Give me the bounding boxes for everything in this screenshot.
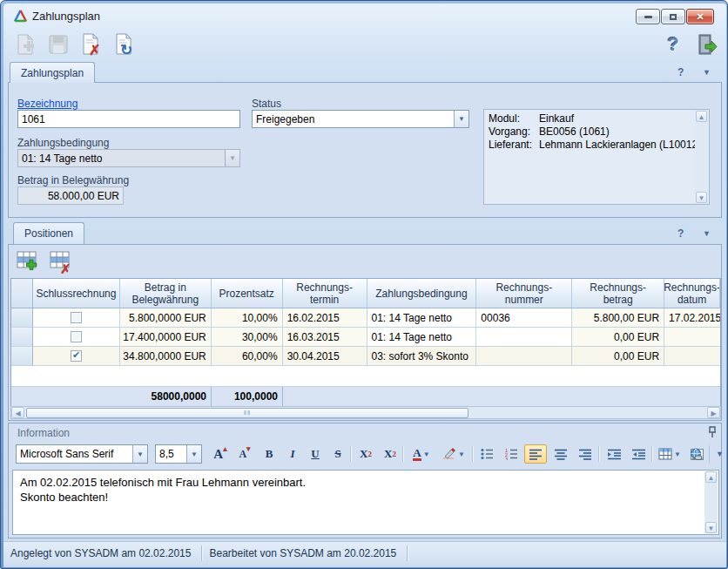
font-family-arrow-icon[interactable]: ▼ xyxy=(132,445,147,463)
schlussrechnung-checkbox[interactable] xyxy=(71,331,82,342)
cell-prozentsatz[interactable]: 10,00% xyxy=(212,308,283,328)
scroll-up-icon[interactable]: ▲ xyxy=(696,111,707,122)
row-selector[interactable] xyxy=(11,328,33,347)
bezeichnung-input[interactable]: 1061 xyxy=(17,110,240,128)
cell-rechnungsbetrag[interactable]: 0,00 EUR xyxy=(572,328,664,347)
status-dropdown[interactable]: Freigegeben ▼ xyxy=(252,110,469,128)
grid-totals-row: 58000,0000 100,0000 xyxy=(11,387,720,406)
cell-rechnungstermin[interactable]: 16.02.2015 xyxy=(283,308,367,328)
align-right-button[interactable] xyxy=(574,444,597,464)
cell-prozentsatz[interactable]: 60,00% xyxy=(212,347,283,366)
save-button[interactable] xyxy=(45,31,71,58)
col-rechnungstermin[interactable]: Rechnungs-termin xyxy=(283,279,367,308)
new-record-button[interactable] xyxy=(12,31,38,58)
minimize-button[interactable] xyxy=(636,9,660,24)
delete-row-button[interactable]: ✗ xyxy=(49,249,73,277)
cell-rechnungsbetrag[interactable]: 0,00 EUR xyxy=(572,347,664,366)
cell-rechnungsnummer[interactable]: 00036 xyxy=(476,308,572,328)
scroll-down-icon[interactable]: ▼ xyxy=(696,192,707,203)
exit-button[interactable] xyxy=(693,31,719,58)
infobox-scrollbar[interactable]: ▲ ▼ xyxy=(695,111,708,203)
grid-row-2[interactable]: 17.400,0000 EUR 30,00% 16.03.2015 01: 14… xyxy=(11,328,720,347)
cell-betrag[interactable]: 5.800,0000 EUR xyxy=(120,308,212,328)
cell-betrag[interactable]: 34.800,0000 EUR xyxy=(120,347,212,366)
cell-zahlungsbedingung[interactable]: 03: sofort 3% Skonto xyxy=(367,347,477,366)
scroll-down-icon[interactable]: ▼ xyxy=(705,522,717,533)
align-left-button[interactable] xyxy=(524,444,547,464)
grid-row-3[interactable]: 34.800,0000 EUR 60,00% 30.04.2015 03: so… xyxy=(11,347,720,366)
outdent-button[interactable] xyxy=(627,444,650,464)
row-selector[interactable] xyxy=(11,347,33,366)
scroll-right-icon[interactable]: ▶ xyxy=(707,407,720,418)
note-textarea[interactable]: Am 02.02.2015 telefonisch mit Frau Lehma… xyxy=(12,470,719,535)
cell-betrag[interactable]: 17.400,0000 EUR xyxy=(120,328,212,347)
note-line-1: Am 02.02.2015 telefonisch mit Frau Lehma… xyxy=(20,475,711,490)
delete-record-button[interactable]: ✗ xyxy=(78,31,104,58)
font-color-button[interactable]: A▼ xyxy=(407,444,436,464)
highlight-button[interactable]: ▼ xyxy=(439,444,468,464)
col-prozentsatz[interactable]: Prozentsatz xyxy=(212,279,283,308)
schlussrechnung-checkbox[interactable] xyxy=(71,350,82,362)
cell-rechnungsdatum[interactable] xyxy=(664,328,720,347)
toolbar-options-button[interactable]: ▼ xyxy=(709,444,726,464)
font-family-dropdown[interactable]: Microsoft Sans Serif ▼ xyxy=(16,444,148,464)
refresh-record-button[interactable]: ↻ xyxy=(111,31,138,58)
add-row-button[interactable] xyxy=(16,249,40,277)
cell-rechnungstermin[interactable]: 30.04.2015 xyxy=(283,347,367,366)
col-betrag[interactable]: Betrag in Belegwährung xyxy=(120,279,212,308)
row-selector[interactable] xyxy=(11,308,33,328)
form-panel-help-icon[interactable]: ? xyxy=(677,66,684,78)
cell-zahlungsbedingung[interactable]: 01: 14 Tage netto xyxy=(367,308,477,328)
cell-zahlungsbedingung[interactable]: 01: 14 Tage netto xyxy=(367,328,477,347)
italic-button[interactable]: I xyxy=(281,444,304,464)
subscript-button[interactable]: X2 xyxy=(379,444,401,464)
grow-font-button[interactable]: A▴ xyxy=(209,444,232,464)
scrollbar-thumb[interactable]: ‖‖ xyxy=(26,408,468,418)
cell-prozentsatz[interactable]: 30,00% xyxy=(212,328,283,347)
strikethrough-button[interactable]: S xyxy=(327,444,349,464)
col-rechnungsbetrag[interactable]: Rechnungs-betrag xyxy=(572,279,664,308)
cell-rechnungsdatum[interactable]: 17.02.2015 xyxy=(664,308,720,328)
status-dropdown-arrow-icon[interactable]: ▼ xyxy=(454,111,468,127)
col-rechnungsdatum[interactable]: Rechnungs-datum xyxy=(664,279,720,308)
grid-row-1[interactable]: 5.800,0000 EUR 10,00% 16.02.2015 01: 14 … xyxy=(11,308,720,328)
tab-positionen[interactable]: Positionen xyxy=(13,222,84,244)
underline-button[interactable]: U xyxy=(304,444,327,464)
indent-button[interactable] xyxy=(603,444,625,464)
bold-button[interactable]: B xyxy=(258,444,280,464)
maximize-button[interactable] xyxy=(661,9,685,24)
align-center-button[interactable] xyxy=(549,444,572,464)
zahlungsbedingung-dropdown[interactable]: 01: 14 Tage netto ▼ xyxy=(17,149,240,167)
tab-zahlungsplan[interactable]: Zahlungsplan xyxy=(10,62,95,83)
grid-horizontal-scrollbar[interactable]: ◀ ‖‖ ▶ xyxy=(10,406,721,419)
form-panel-collapse-icon[interactable]: ▼ xyxy=(703,68,711,77)
cell-rechnungstermin[interactable]: 16.03.2015 xyxy=(283,328,367,347)
close-button[interactable]: ✕ xyxy=(686,9,714,24)
align-center-icon xyxy=(555,449,567,460)
cell-rechnungsnummer[interactable] xyxy=(476,328,572,347)
positions-panel-help-icon[interactable]: ? xyxy=(677,227,684,240)
col-rechnungsnummer[interactable]: Rechnungs-nummer xyxy=(476,279,572,308)
scroll-left-icon[interactable]: ◀ xyxy=(11,407,24,418)
numbered-list-button[interactable]: 123 xyxy=(500,444,522,464)
cell-rechnungsdatum[interactable] xyxy=(664,347,720,366)
superscript-button[interactable]: X2 xyxy=(354,444,377,464)
app-logo-icon xyxy=(13,9,28,27)
note-scrollbar[interactable]: ▲ ▼ xyxy=(704,471,718,533)
schlussrechnung-checkbox[interactable] xyxy=(71,312,82,323)
app-window: Zahlungsplan ✕ ✗ ↻ xyxy=(0,0,728,569)
col-zahlungsbedingung[interactable]: Zahlungsbedingung xyxy=(367,279,477,308)
help-button[interactable]: ? xyxy=(660,31,686,58)
bullet-list-button[interactable] xyxy=(475,444,498,464)
cell-rechnungsnummer[interactable] xyxy=(476,347,572,366)
insert-table-button[interactable]: ▼ xyxy=(655,444,684,464)
pin-icon[interactable] xyxy=(707,426,718,442)
shrink-font-button[interactable]: A▾ xyxy=(233,444,256,464)
positions-panel-collapse-icon[interactable]: ▼ xyxy=(703,229,711,238)
insert-link-button[interactable] xyxy=(684,444,707,464)
font-size-dropdown[interactable]: 8,5 ▼ xyxy=(155,444,202,464)
col-schlussrechnung[interactable]: Schlussrechnung xyxy=(33,279,120,308)
scroll-up-icon[interactable]: ▲ xyxy=(705,471,717,483)
cell-rechnungsbetrag[interactable]: 5.800,00 EUR xyxy=(572,308,664,328)
font-size-arrow-icon[interactable]: ▼ xyxy=(186,445,201,463)
